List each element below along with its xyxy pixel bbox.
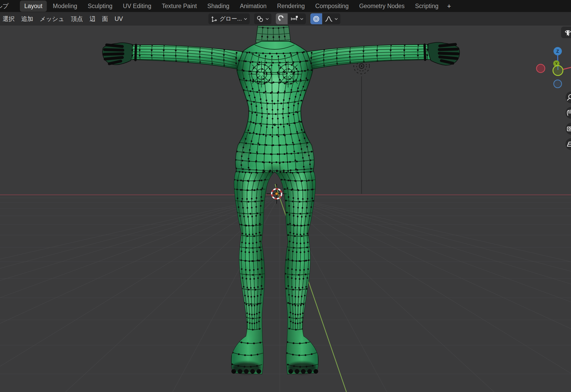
menu-2[interactable]: メッシュ [40,15,64,23]
chevron-down-icon [265,18,269,20]
snap-target-dropdown[interactable] [288,13,306,24]
perspective-button[interactable] [566,138,571,150]
3d-viewport[interactable]: YZ [0,26,571,392]
menu-4[interactable]: 辺 [89,15,95,23]
move-button[interactable] [566,107,571,119]
tab-animation[interactable]: Animation [235,1,271,12]
menu-1[interactable]: 追加 [21,15,33,23]
gizmo-y-neg[interactable] [553,66,563,75]
menu-3[interactable]: 頂点 [71,15,83,23]
pivot-point-icon [256,15,264,22]
point-light-object[interactable] [354,58,369,194]
topbar: ルプ LayoutModelingSculptingUV EditingText… [0,0,571,12]
proportional-editing-icon [313,15,320,22]
tab-modeling[interactable]: Modeling [48,1,82,12]
tab-uv-editing[interactable]: UV Editing [118,1,156,12]
floor-grid [0,197,571,392]
camera-button[interactable] [566,123,571,135]
falloff-curve-icon [325,15,333,22]
tab-rendering[interactable]: Rendering [273,1,309,12]
help-menu-partial[interactable]: ルプ [0,2,11,10]
menu-0[interactable]: 選択 [3,15,15,23]
svg-text:Z: Z [556,49,559,54]
gizmo-z-neg[interactable] [554,80,562,88]
tab-sculpting[interactable]: Sculpting [83,1,117,12]
snap-target-icon [290,15,298,22]
chevron-down-icon [300,18,304,20]
workspace-tabs: LayoutModelingSculptingUV EditingTexture… [20,1,454,12]
proportional-editing-toggle[interactable] [310,13,322,24]
zoom-button[interactable] [566,91,571,103]
transform-orientation-label: グロー... [220,15,242,23]
tool-settings: グロー... [208,13,340,24]
add-workspace-button[interactable]: + [444,1,454,11]
chevron-down-icon [244,18,247,20]
tab-compositing[interactable]: Compositing [311,1,353,12]
menu-6[interactable]: UV [115,15,123,22]
proportional-falloff-dropdown[interactable] [323,13,340,24]
gizmo-x-neg[interactable] [536,64,545,73]
pivot-point-dropdown[interactable] [254,13,271,24]
transform-orientation-icon [211,15,218,22]
navigation-gizmo[interactable]: YZ [536,47,571,88]
viewport-header: 選択追加メッシュ頂点辺面UV グロー... [0,12,571,26]
tab-layout[interactable]: Layout [20,1,47,12]
menu-5[interactable]: 面 [102,15,108,23]
tab-geometry-nodes[interactable]: Geometry Nodes [355,1,409,12]
viewport-menus: 選択追加メッシュ頂点辺面UV [3,12,123,26]
body-mesh[interactable] [102,26,460,374]
tab-texture-paint[interactable]: Texture Paint [157,1,201,12]
magnet-icon [278,15,285,22]
tab-shading[interactable]: Shading [203,1,234,12]
svg-text:Y: Y [555,61,558,66]
chevron-down-icon [334,18,338,20]
transform-orientation-dropdown[interactable]: グロー... [208,13,250,24]
snap-toggle-button[interactable] [276,13,288,24]
tab-scripting[interactable]: Scripting [411,1,443,12]
